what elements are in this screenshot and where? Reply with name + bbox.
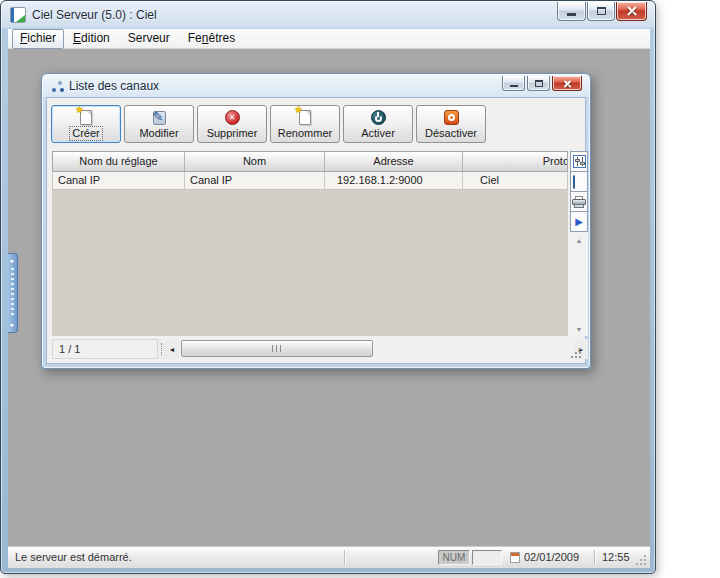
status-empty-box [472, 550, 502, 565]
table-header-row: Nom du réglage Nom Adresse Protocole [52, 151, 568, 171]
edit-icon: ✎ [153, 111, 166, 125]
create-button[interactable]: ★ Créer [51, 105, 121, 143]
menu-item-edition[interactable]: Edition [64, 30, 119, 48]
new-document-icon: ★ [80, 110, 92, 125]
statusbar: Le serveur est démarré. NUM 02/01/2009 1… [8, 546, 650, 568]
channels-minimize-button[interactable] [502, 76, 525, 91]
side-toolbar: ▶ ▲ ▼ [570, 151, 588, 336]
minimize-icon [510, 85, 518, 87]
channels-window-title: Liste des canaux [69, 79, 159, 93]
desktop: Ciel Serveur (5.0) : Ciel Fichier Editio… [0, 0, 720, 578]
window-controls [556, 2, 647, 21]
window-title: Ciel Serveur (5.0) : Ciel [32, 8, 157, 22]
expand-button[interactable]: ▶ [570, 211, 588, 232]
deactivate-button[interactable]: Désactiver [416, 105, 486, 143]
channels-resize-grip[interactable] [571, 347, 582, 358]
table-empty-area [52, 190, 568, 336]
column-settings-button[interactable] [570, 151, 588, 172]
activate-button[interactable]: Activer [343, 105, 413, 143]
close-button[interactable] [616, 2, 647, 21]
scroll-left-icon[interactable]: ◄ [165, 339, 179, 359]
chevron-right-icon: ► [10, 257, 16, 265]
cell-protocole: Ciel [463, 172, 565, 189]
printer-icon [572, 196, 586, 208]
close-icon [563, 79, 572, 88]
menubar: Fichier Edition Serveur Fenêtres [8, 29, 650, 49]
cell-adresse: 192.168.1.2:9000 [325, 172, 463, 189]
window-resize-grip[interactable] [636, 554, 647, 565]
record-counter: 1 / 1 [52, 339, 158, 359]
thumb-grip [272, 345, 283, 352]
channels-toolbar: ★ Créer ✎ Modifier ✕ Supprimer ★ [51, 105, 489, 143]
channels-icon [50, 80, 64, 94]
pane-splitter[interactable] [158, 339, 165, 359]
scrollbar-thumb[interactable] [181, 340, 373, 357]
channels-titlebar[interactable]: Liste des canaux [42, 74, 590, 97]
cell-nom: Canal IP [185, 172, 325, 189]
main-window: Ciel Serveur (5.0) : Ciel Fichier Editio… [0, 0, 656, 574]
modify-button[interactable]: ✎ Modifier [124, 105, 194, 143]
side-panel-handle[interactable]: ► ► [8, 253, 18, 333]
status-date: 02/01/2009 [524, 547, 579, 568]
column-header-nom-du-reglage[interactable]: Nom du réglage [53, 152, 185, 171]
column-header-adresse[interactable]: Adresse [325, 152, 463, 171]
status-message: Le serveur est démarré. [15, 547, 132, 568]
monitor-icon [573, 176, 586, 188]
channels-table: Nom du réglage Nom Adresse Protocole Can… [52, 151, 568, 336]
cross-icon: ✕ [229, 114, 236, 122]
star-icon: ★ [294, 104, 303, 115]
status-time: 12:55 [602, 547, 630, 568]
new-document-icon: ★ [299, 110, 311, 125]
power-on-icon [371, 110, 386, 125]
channels-bottom-bar: 1 / 1 ◄ ► [52, 339, 588, 359]
num-lock-indicator: NUM [438, 550, 470, 565]
maximize-icon [597, 7, 606, 15]
ciel-app-icon [10, 7, 26, 23]
channels-client-area: ★ Créer ✎ Modifier ✕ Supprimer ★ [46, 97, 586, 364]
chevron-right-icon: ► [10, 321, 16, 329]
menu-item-serveur[interactable]: Serveur [119, 30, 179, 48]
screen-view-button[interactable] [570, 171, 588, 192]
column-header-protocole[interactable]: Protocole [463, 152, 567, 171]
power-off-icon [444, 110, 459, 125]
delete-button[interactable]: ✕ Supprimer [197, 105, 267, 143]
delete-icon: ✕ [225, 110, 240, 125]
print-button[interactable] [570, 191, 588, 212]
channels-close-button[interactable] [552, 76, 582, 91]
menu-item-fichier[interactable]: Fichier [12, 29, 64, 49]
horizontal-scrollbar[interactable] [179, 339, 574, 359]
channels-window-controls [500, 76, 582, 91]
pencil-icon: ✎ [153, 109, 164, 124]
column-settings-icon [573, 155, 586, 168]
status-separator [594, 550, 595, 565]
status-separator [344, 550, 345, 565]
channels-window: Liste des canaux [41, 73, 591, 369]
calendar-icon [510, 552, 520, 563]
maximize-button[interactable] [587, 2, 615, 21]
mdi-client-area: ► ► Liste des canaux [8, 49, 650, 546]
column-header-nom[interactable]: Nom [185, 152, 325, 171]
star-icon: ★ [75, 104, 84, 115]
minimize-icon [567, 13, 576, 16]
scroll-down-icon[interactable]: ▼ [576, 326, 583, 334]
close-icon [626, 5, 638, 17]
scroll-up-icon[interactable]: ▲ [576, 237, 583, 245]
menu-item-fenetres[interactable]: Fenêtres [179, 30, 244, 48]
handle-grip [11, 268, 14, 318]
table-row[interactable]: Canal IP Canal IP 192.168.1.2:9000 Ciel [52, 171, 568, 190]
vertical-scrollbar[interactable]: ▲ ▼ [570, 235, 588, 336]
maximize-icon [535, 80, 543, 87]
minimize-button[interactable] [557, 2, 586, 21]
cell-nom-du-reglage: Canal IP [53, 172, 185, 189]
play-icon: ▶ [575, 217, 583, 227]
channels-maximize-button[interactable] [527, 76, 550, 91]
titlebar[interactable]: Ciel Serveur (5.0) : Ciel [1, 1, 655, 29]
rename-button[interactable]: ★ Renommer [270, 105, 340, 143]
